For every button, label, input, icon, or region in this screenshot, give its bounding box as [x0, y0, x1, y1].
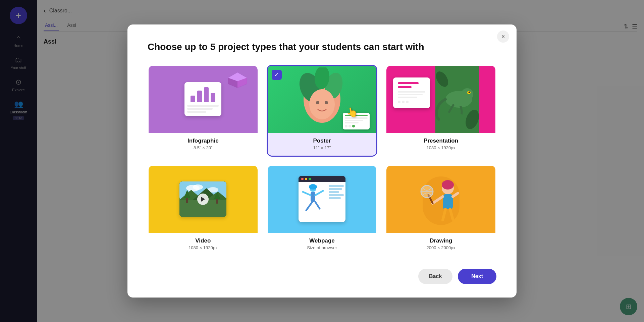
- webpage-dot-red: [301, 178, 304, 180]
- infographic-card-size: 8.5" × 20": [154, 145, 252, 150]
- infographic-thumbnail: [149, 66, 258, 133]
- svg-point-9: [316, 101, 319, 104]
- webpage-card-info: Webpage Size of browser: [268, 233, 377, 256]
- poster-thumbnail: 👆: [268, 66, 377, 133]
- webpage-toolbar: [299, 176, 345, 182]
- svg-line-34: [303, 192, 311, 195]
- svg-point-41: [442, 180, 454, 190]
- infographic-doc-preview: [184, 82, 221, 116]
- project-type-modal: × Choose up to 5 project types that your…: [127, 24, 517, 298]
- video-card-size: 1080 × 1920px: [154, 245, 252, 250]
- webpage-thumbnail: [268, 166, 377, 233]
- video-card-name: Video: [154, 237, 252, 244]
- svg-point-10: [325, 101, 328, 104]
- webpage-frame-preview: [299, 176, 345, 222]
- project-card-poster[interactable]: ✓: [267, 65, 378, 157]
- drawing-thumbnail: [386, 166, 495, 233]
- drawing-card-size: 2000 × 2000px: [392, 245, 490, 250]
- project-card-webpage[interactable]: Webpage Size of browser: [267, 165, 378, 257]
- poster-card-name: Poster: [273, 138, 371, 144]
- video-frame-preview: [179, 181, 226, 217]
- svg-rect-42: [443, 194, 453, 209]
- svg-point-21: [193, 184, 203, 190]
- video-thumbnail: [149, 166, 258, 233]
- infographic-3d-shape: [227, 72, 248, 89]
- svg-line-36: [306, 202, 312, 210]
- infographic-card-name: Infographic: [154, 138, 252, 144]
- close-icon: ×: [501, 33, 505, 40]
- project-card-drawing[interactable]: Drawing 2000 × 2000px: [385, 165, 496, 257]
- modal-footer: Back Next: [148, 269, 496, 284]
- cursor-pointer: 👆: [345, 106, 359, 119]
- poster-card-size: 11" × 17": [273, 145, 371, 150]
- back-button[interactable]: Back: [418, 269, 452, 284]
- svg-point-8: [309, 89, 335, 119]
- next-button[interactable]: Next: [458, 269, 496, 284]
- infographic-card-info: Infographic 8.5" × 20": [149, 133, 258, 156]
- modal-close-button[interactable]: ×: [497, 31, 509, 43]
- presentation-card-size: 1080 × 1920px: [392, 145, 490, 150]
- poster-selected-check: ✓: [272, 70, 282, 80]
- presentation-card-info: Presentation 1080 × 1920px: [386, 133, 495, 156]
- svg-rect-33: [311, 192, 315, 202]
- project-card-infographic[interactable]: Infographic 8.5" × 20": [148, 65, 259, 157]
- webpage-card-size: Size of browser: [273, 245, 371, 250]
- video-card-info: Video 1080 × 1920px: [149, 233, 258, 256]
- presentation-card-name: Presentation: [392, 138, 490, 144]
- drawing-illustration: [414, 166, 468, 232]
- svg-marker-31: [201, 197, 205, 202]
- presentation-bg-image: [435, 66, 495, 133]
- modal-title: Choose up to 5 project types that your s…: [148, 41, 496, 53]
- project-card-presentation[interactable]: Presentation 1080 × 1920px: [385, 65, 496, 157]
- svg-rect-39: [423, 176, 460, 225]
- svg-point-38: [309, 184, 317, 190]
- svg-line-35: [315, 191, 323, 195]
- webpage-content-preview: [299, 182, 345, 222]
- svg-line-37: [315, 202, 320, 209]
- webpage-dot-green: [309, 178, 311, 180]
- poster-card-info: Poster 11" × 17": [268, 133, 377, 156]
- project-type-grid: Infographic 8.5" × 20" ✓: [148, 65, 496, 257]
- poster-illustration: [297, 67, 347, 131]
- svg-point-13: [461, 88, 473, 100]
- presentation-slide-preview: [393, 77, 430, 108]
- modal-overlay[interactable]: × Choose up to 5 project types that your…: [0, 0, 644, 322]
- webpage-card-name: Webpage: [273, 237, 371, 244]
- webpage-dancer: [301, 183, 326, 217]
- presentation-thumbnail: [386, 66, 495, 133]
- project-card-video[interactable]: Video 1080 × 1920px: [148, 165, 259, 257]
- webpage-dot-yellow: [305, 178, 307, 180]
- drawing-card-name: Drawing: [392, 237, 490, 244]
- drawing-card-info: Drawing 2000 × 2000px: [386, 233, 495, 256]
- video-play-button: [197, 194, 209, 205]
- svg-point-15: [469, 91, 470, 93]
